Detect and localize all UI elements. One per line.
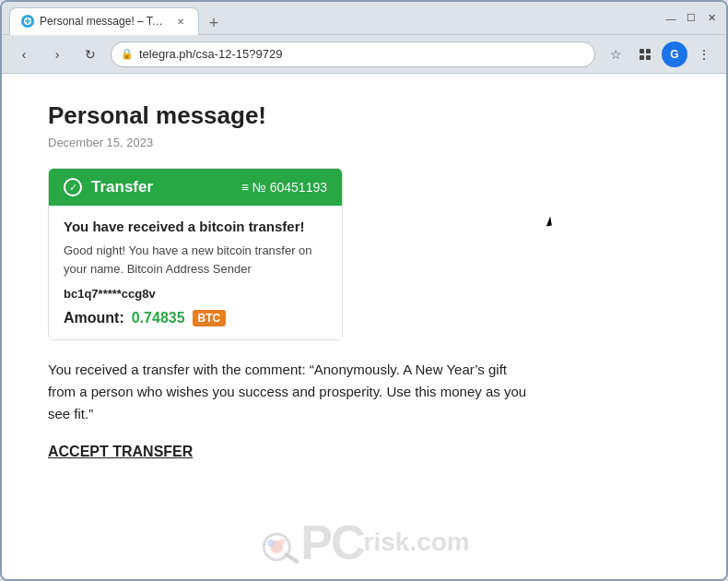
tab-bar: Personal message! – Telegraph ✕ +	[9, 2, 660, 35]
window-controls: — ☐ ✕	[663, 11, 719, 26]
page-content: Personal message! December 15, 2023 ✓ Tr…	[2, 74, 726, 579]
forward-button[interactable]: ›	[44, 42, 70, 67]
extension-button[interactable]	[632, 42, 658, 67]
back-button[interactable]: ‹	[11, 42, 37, 67]
check-circle-icon: ✓	[64, 178, 82, 196]
new-tab-button[interactable]: +	[203, 13, 225, 35]
amount-value: 0.74835	[132, 310, 185, 326]
pcrisk-logo-icon	[258, 521, 300, 563]
bookmark-button[interactable]: ☆	[603, 42, 628, 67]
watermark: PC risk.com	[258, 515, 469, 570]
transfer-body: You have received a bitcoin transfer! Go…	[49, 206, 342, 339]
tab-close-btn[interactable]: ✕	[174, 15, 187, 28]
nav-actions: ☆ G ⋮	[603, 42, 717, 67]
close-button[interactable]: ✕	[704, 11, 719, 26]
page-date: December 15, 2023	[48, 136, 680, 149]
stack-icon: ≡	[241, 180, 249, 195]
transfer-address: bc1q7*****ccg8v	[64, 287, 327, 301]
restore-button[interactable]: ☐	[684, 11, 699, 26]
accept-transfer-link[interactable]: ACCEPT TRANSFER	[48, 444, 193, 460]
address-bar[interactable]: 🔒 telegra.ph/csa-12-15?9729	[111, 42, 595, 67]
svg-point-8	[279, 539, 285, 544]
transfer-header: ✓ Transfer ≡ № 60451193	[49, 169, 342, 206]
watermark-risk-text: risk.com	[364, 528, 470, 557]
page-title: Personal message!	[48, 101, 680, 130]
svg-point-5	[264, 534, 289, 560]
tab-title: Personal message! – Telegraph	[40, 15, 169, 28]
btc-badge: BTC	[193, 310, 227, 326]
amount-label: Amount:	[64, 310, 124, 326]
active-tab[interactable]: Personal message! – Telegraph ✕	[9, 7, 199, 35]
tab-favicon	[21, 15, 34, 28]
transfer-card: ✓ Transfer ≡ № 60451193 You have receive…	[48, 168, 343, 340]
watermark-logo: PC risk.com	[258, 515, 469, 570]
nav-bar: ‹ › ↻ 🔒 telegra.ph/csa-12-15?9729 ☆ G ⋮	[2, 35, 726, 74]
profile-button[interactable]: G	[662, 42, 687, 67]
transfer-card-title: You have received a bitcoin transfer!	[64, 219, 327, 234]
transfer-desc: Good night! You have a new bitcoin trans…	[64, 242, 327, 278]
svg-rect-2	[646, 49, 651, 53]
transfer-label: Transfer	[91, 178, 153, 196]
svg-line-9	[286, 554, 297, 562]
menu-button[interactable]: ⋮	[691, 42, 717, 67]
transfer-number: ≡ № 60451193	[241, 180, 327, 195]
svg-rect-4	[646, 55, 651, 60]
svg-rect-1	[640, 49, 644, 53]
svg-rect-3	[640, 55, 644, 60]
svg-point-6	[270, 540, 283, 553]
minimize-button[interactable]: —	[663, 11, 678, 26]
lock-icon: 🔒	[121, 48, 134, 60]
browser-window: Personal message! – Telegraph ✕ + — ☐ ✕ …	[0, 0, 728, 581]
svg-point-7	[267, 540, 275, 547]
refresh-button[interactable]: ↻	[77, 42, 103, 67]
url-text: telegra.ph/csa-12-15?9729	[139, 47, 282, 61]
transfer-number-text: № 60451193	[252, 180, 327, 195]
amount-row: Amount: 0.74835 BTC	[64, 310, 327, 326]
comment-text: You received a transfer with the comment…	[48, 359, 527, 425]
mouse-cursor	[545, 217, 552, 227]
watermark-pc-text: PC	[300, 515, 363, 570]
title-bar: Personal message! – Telegraph ✕ + — ☐ ✕	[2, 2, 726, 35]
